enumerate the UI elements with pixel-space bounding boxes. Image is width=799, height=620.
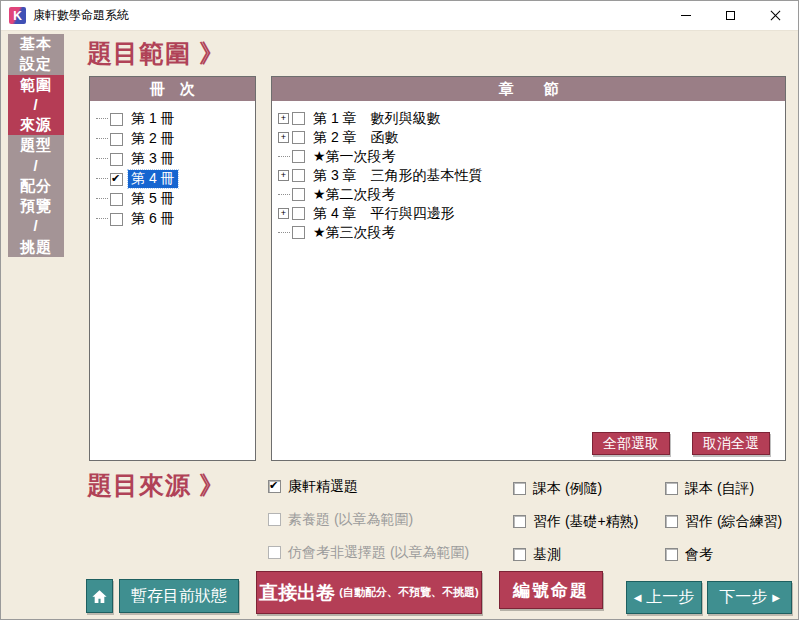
chapter-label[interactable]: 第 1 章 數列與級數 [310,110,444,128]
source-checkbox[interactable] [513,482,526,495]
chapter-checkbox[interactable] [292,131,305,144]
volume-tree-row[interactable]: 第 5 冊 [96,189,253,209]
chapter-checkbox[interactable] [292,226,305,239]
maximize-icon [726,11,735,20]
previous-step-label: 上一步 [646,587,694,608]
minimize-button[interactable] [663,1,708,30]
direct-export-button[interactable]: 直接出卷 (自動配分、不預覽、不挑題) [256,571,482,614]
source-option[interactable]: 仿會考非選擇題 (以章為範圍) [268,544,469,561]
source-option[interactable]: 基測 [513,546,638,563]
previous-step-button[interactable]: ◀ 上一步 [626,581,702,614]
chapter-checkbox[interactable] [292,188,305,201]
source-checkbox[interactable] [665,482,678,495]
volume-tree-row[interactable]: 第 2 冊 [96,129,253,149]
chapter-tree-row[interactable]: ★第三次段考 [278,223,783,242]
chapter-tree-row[interactable]: ★第二次段考 [278,185,783,204]
chapter-checkbox[interactable] [292,112,305,125]
source-option[interactable]: 習作 (基礎+精熟) [513,513,638,530]
home-icon [91,588,108,605]
sidebar-step-tab[interactable]: 基本 設定 [8,34,64,75]
source-label: 習作 (基礎+精熟) [533,513,638,531]
source-option[interactable]: 康軒精選題 [268,478,469,495]
volume-checkbox[interactable] [110,193,123,206]
chapter-label[interactable]: ★第二次段考 [310,186,399,204]
volume-label[interactable]: 第 6 冊 [128,210,178,228]
volume-label[interactable]: 第 3 冊 [128,150,178,168]
expand-plus-icon[interactable] [278,113,289,124]
deselect-all-button[interactable]: 取消全選 [692,432,770,455]
volume-panel: 冊 次 第 1 冊 第 2 冊 [89,76,256,461]
volume-checkbox[interactable] [110,133,123,146]
source-checkbox[interactable] [513,548,526,561]
chapter-tree-row[interactable]: 第 4 章 平行與四邊形 [278,204,783,223]
volume-checkbox[interactable] [110,153,123,166]
volume-tree-row[interactable]: 第 3 冊 [96,149,253,169]
tree-connector [278,225,290,233]
expand-plus-icon[interactable] [278,170,289,181]
source-option[interactable]: 素養題 (以章為範圍) [268,511,469,528]
source-label: 課本 (自評) [685,480,754,498]
tree-connector [96,171,108,179]
home-button[interactable] [86,579,113,613]
chapter-checkbox[interactable] [292,207,305,220]
titlebar: K 康軒數學命題系統 [1,1,798,31]
source-option[interactable]: 習作 (綜合練習) [665,513,782,530]
chapter-label[interactable]: 第 3 章 三角形的基本性質 [310,167,486,185]
close-button[interactable] [753,1,798,30]
chapter-tree: 第 1 章 數列與級數 第 2 章 函數 [272,101,785,242]
volume-checkbox[interactable] [110,113,123,126]
volume-checkbox[interactable] [110,173,123,186]
tree-connector [96,191,108,199]
save-current-state-button[interactable]: 暫存目前狀態 [119,579,239,613]
window-title: 康軒數學命題系統 [33,7,129,24]
range-section-heading: 題目範圍 》 [87,37,225,70]
chapter-label[interactable]: 第 4 章 平行與四邊形 [310,205,458,223]
volume-label[interactable]: 第 5 冊 [128,190,178,208]
maximize-button[interactable] [708,1,753,30]
source-option[interactable]: 課本 (例隨) [513,480,638,497]
sidebar-step-tab[interactable]: 題型 / 配分 [8,135,64,196]
source-checkbox[interactable] [268,480,281,493]
sidebar-step-tab[interactable]: 預覽 / 挑題 [8,196,64,257]
chapter-label[interactable]: ★第三次段考 [310,224,399,242]
chapter-label[interactable]: ★第一次段考 [310,148,399,166]
source-checkbox[interactable] [268,513,281,526]
sidebar-step-tab[interactable]: 範圍 / 來源 [8,75,64,136]
chapter-tree-row[interactable]: 第 1 章 數列與級數 [278,109,783,128]
volume-tree-row[interactable]: 第 1 冊 [96,109,253,129]
volume-tree-row[interactable]: 第 6 冊 [96,209,253,229]
source-checkbox[interactable] [665,515,678,528]
source-option[interactable]: 會考 [665,546,782,563]
source-column-3: 課本 (自評) 習作 (綜合練習) 會考 [665,480,782,579]
expand-plus-icon[interactable] [278,208,289,219]
chapter-tree-row[interactable]: ★第一次段考 [278,147,783,166]
source-checkbox[interactable] [268,546,281,559]
app-logo-icon: K [9,7,26,24]
volume-checkbox[interactable] [110,213,123,226]
volume-label[interactable]: 第 4 冊 [128,170,178,188]
source-label: 習作 (綜合練習) [685,513,782,531]
select-all-button[interactable]: 全部選取 [592,432,670,455]
expand-plus-icon[interactable] [278,132,289,143]
tree-connector [278,187,290,195]
source-option[interactable]: 課本 (自評) [665,480,782,497]
source-label: 素養題 (以章為範圍) [288,511,413,529]
source-label: 仿會考非選擇題 (以章為範圍) [288,544,469,562]
numbered-authoring-button[interactable]: 編號命題 [499,571,603,609]
source-section-heading: 題目來源 》 [87,469,225,502]
chapter-tree-row[interactable]: 第 3 章 三角形的基本性質 [278,166,783,185]
chapter-checkbox[interactable] [292,169,305,182]
volume-label[interactable]: 第 1 冊 [128,110,178,128]
app-window: K 康軒數學命題系統 基本 設定 範圍 / 來源 題型 / 配分 預覽 / 挑題… [0,0,799,620]
chapter-panel-body: 第 1 章 數列與級數 第 2 章 函數 [272,101,785,460]
volume-label[interactable]: 第 2 冊 [128,130,178,148]
next-step-button[interactable]: 下一步 ▶ [707,581,792,614]
chapter-label[interactable]: 第 2 章 函數 [310,129,402,147]
source-checkbox[interactable] [665,548,678,561]
volume-tree-row[interactable]: 第 4 冊 [96,169,253,189]
chapter-checkbox[interactable] [292,150,305,163]
source-label: 會考 [685,546,713,564]
source-checkbox[interactable] [513,515,526,528]
volume-tree: 第 1 冊 第 2 冊 第 3 冊 [90,101,255,229]
chapter-tree-row[interactable]: 第 2 章 函數 [278,128,783,147]
